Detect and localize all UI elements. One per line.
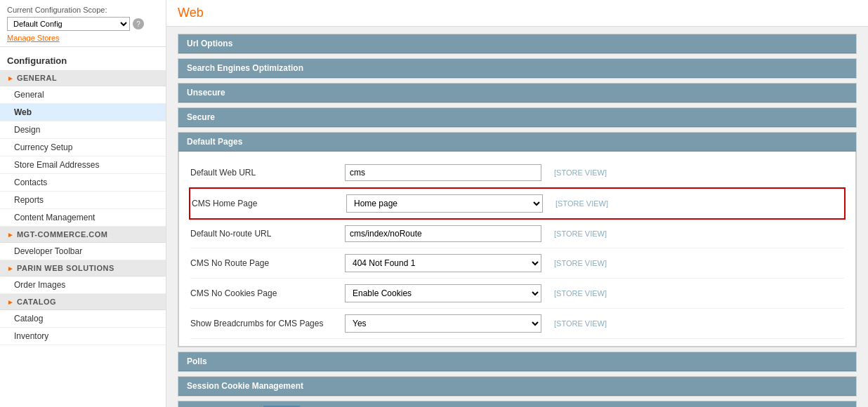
group-label-parin: PARIN WEB SOLUTIONS xyxy=(17,264,114,272)
secure-block: Secure xyxy=(178,107,857,128)
sidebar-section-title: Configuration xyxy=(0,47,166,70)
form-row-breadcrumbs: Show Breadcrumbs for CMS Pages Yes No [S… xyxy=(190,309,844,339)
label-breadcrumbs: Show Breadcrumbs for CMS Pages xyxy=(190,319,345,328)
sidebar-item-content-mgmt[interactable]: Content Management xyxy=(0,209,166,227)
store-view-cms-no-cookies: [STORE VIEW] xyxy=(554,289,607,298)
group-label-general: GENERAL xyxy=(17,74,57,82)
sidebar-group-mgt[interactable]: ► MGT-COMMERCE.COM xyxy=(0,227,166,243)
default-pages-content: Default Web URL [STORE VIEW] CMS Home Pa… xyxy=(178,152,856,347)
label-cms-no-cookies: CMS No Cookies Page xyxy=(190,288,345,298)
sidebar-item-contacts[interactable]: Contacts xyxy=(0,174,166,192)
scope-label: Current Configuration Scope: xyxy=(7,6,159,14)
control-wrap-default-web-url: [STORE VIEW] xyxy=(345,164,844,181)
sidebar-group-general[interactable]: ► GENERAL xyxy=(0,70,166,86)
help-icon[interactable]: ? xyxy=(133,18,144,29)
session-cookie-block: Session Cookie Management xyxy=(178,376,857,396)
secure-header[interactable]: Secure xyxy=(178,108,856,127)
sidebar-item-design[interactable]: Design xyxy=(0,121,166,139)
form-row-cms-home-page: CMS Home Page Home page About Us Contact… xyxy=(189,187,846,220)
store-view-default-web-url: [STORE VIEW] xyxy=(554,168,607,177)
sidebar-item-currency-setup[interactable]: Currency Setup xyxy=(0,139,166,156)
scope-select[interactable]: Default Config xyxy=(7,17,130,31)
arrow-icon-parin: ► xyxy=(7,265,14,272)
sidebar-group-catalog[interactable]: ► CATALOG xyxy=(0,294,166,310)
polls-block: Polls xyxy=(178,352,857,372)
form-row-cms-no-route: CMS No Route Page 404 Not Found 1 404 No… xyxy=(190,248,844,279)
seo-header[interactable]: Search Engines Optimization xyxy=(178,59,856,78)
store-view-cms-no-route: [STORE VIEW] xyxy=(554,259,607,267)
control-wrap-cms-home-page: Home page About Us Contact Us [STORE VIE… xyxy=(346,194,843,213)
url-options-block: Url Options xyxy=(178,34,857,54)
select-cms-no-route[interactable]: 404 Not Found 1 404 Not Found xyxy=(345,254,541,272)
unsecure-header[interactable]: Unsecure xyxy=(178,84,856,102)
sidebar-item-catalog[interactable]: Catalog xyxy=(0,310,166,328)
input-no-route-url[interactable] xyxy=(345,225,541,242)
arrow-icon-catalog: ► xyxy=(7,298,14,306)
control-wrap-cms-no-cookies: Enable Cookies [STORE VIEW] xyxy=(345,284,844,302)
arrow-icon: ► xyxy=(7,74,14,82)
main-header: Web xyxy=(166,0,868,27)
label-default-web-url: Default Web URL xyxy=(190,168,345,178)
group-label-catalog: CATALOG xyxy=(17,298,56,306)
label-no-route-url: Default No-route URL xyxy=(190,229,345,239)
sidebar-item-inventory[interactable]: Inventory xyxy=(0,328,166,345)
manage-stores-link[interactable]: Manage Stores xyxy=(7,34,159,42)
input-default-web-url[interactable] xyxy=(345,164,541,181)
select-cms-home-page[interactable]: Home page About Us Contact Us xyxy=(346,194,543,213)
form-row-no-route-url: Default No-route URL [STORE VIEW] xyxy=(190,220,844,248)
default-pages-block: Default Pages Default Web URL [STORE VIE… xyxy=(178,132,857,347)
store-view-cms-home-page: [STORE VIEW] xyxy=(555,199,608,208)
session-validation-header[interactable]: Session Validation Settings xyxy=(178,401,856,407)
sidebar-item-store-email[interactable]: Store Email Addresses xyxy=(0,156,166,174)
store-view-no-route-url: [STORE VIEW] xyxy=(554,229,607,238)
select-breadcrumbs[interactable]: Yes No xyxy=(345,314,541,333)
scope-section: Current Configuration Scope: Default Con… xyxy=(0,0,166,47)
label-cms-home-page: CMS Home Page xyxy=(192,199,346,208)
unsecure-block: Unsecure xyxy=(178,83,857,103)
sidebar-group-parin[interactable]: ► PARIN WEB SOLUTIONS xyxy=(0,260,166,276)
form-row-default-web-url: Default Web URL [STORE VIEW] xyxy=(190,159,844,187)
sidebar: Current Configuration Scope: Default Con… xyxy=(0,0,166,407)
select-cms-no-cookies[interactable]: Enable Cookies xyxy=(345,284,541,302)
group-label-mgt: MGT-COMMERCE.COM xyxy=(17,230,108,239)
main-content: Web Url Options Search Engines Optimizat… xyxy=(166,0,868,407)
default-pages-header[interactable]: Default Pages xyxy=(178,133,856,152)
session-validation-block: Session Validation Settings xyxy=(178,401,857,407)
form-row-cms-no-cookies: CMS No Cookies Page Enable Cookies [STOR… xyxy=(190,279,844,309)
label-cms-no-route: CMS No Route Page xyxy=(190,258,345,268)
url-options-header[interactable]: Url Options xyxy=(178,34,856,53)
content-area: Url Options Search Engines Optimization … xyxy=(166,27,868,407)
polls-header[interactable]: Polls xyxy=(178,352,856,371)
sidebar-item-web[interactable]: Web xyxy=(0,104,166,121)
arrow-icon-mgt: ► xyxy=(7,231,14,239)
control-wrap-cms-no-route: 404 Not Found 1 404 Not Found [STORE VIE… xyxy=(345,254,844,272)
store-view-breadcrumbs: [STORE VIEW] xyxy=(554,319,607,328)
sidebar-item-reports[interactable]: Reports xyxy=(0,192,166,209)
sidebar-item-developer-toolbar[interactable]: Developer Toolbar xyxy=(0,243,166,260)
control-wrap-no-route-url: [STORE VIEW] xyxy=(345,225,844,242)
seo-block: Search Engines Optimization xyxy=(178,58,857,79)
control-wrap-breadcrumbs: Yes No [STORE VIEW] xyxy=(345,314,844,333)
session-cookie-header[interactable]: Session Cookie Management xyxy=(178,377,856,396)
sidebar-item-general[interactable]: General xyxy=(0,86,166,104)
sidebar-item-order-images[interactable]: Order Images xyxy=(0,276,166,294)
page-title: Web xyxy=(178,6,857,20)
